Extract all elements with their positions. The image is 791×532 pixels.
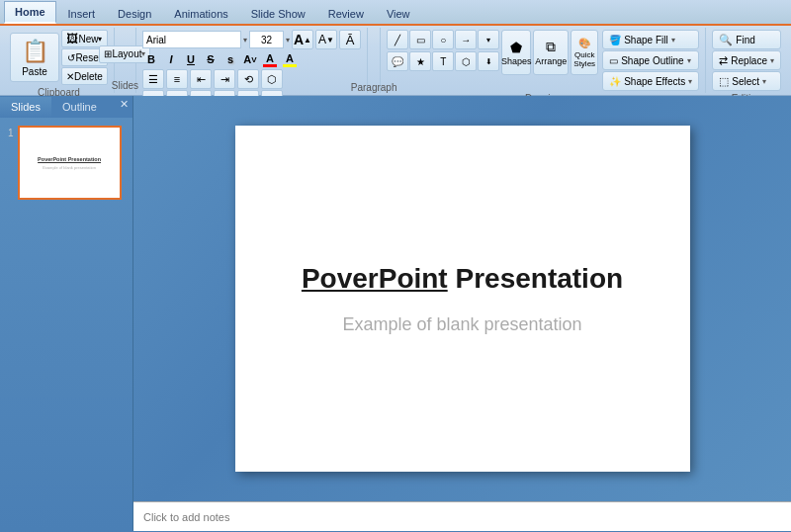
char-spacing-button[interactable]: AV [241,50,259,68]
tab-slideshow[interactable]: Slide Show [240,3,316,24]
shapes-button[interactable]: ⬟ Shapes [501,30,531,75]
shapes-icon: ⬟ [510,40,522,55]
increase-indent-button[interactable]: ⇥ [214,69,235,89]
font-row-2: B I U S s AV A A [142,50,361,68]
shape-arrow-button[interactable]: → [455,30,477,49]
convert-to-smartart-button[interactable]: ⬡ [261,69,283,89]
shape-extra-button[interactable]: ⬡ [455,51,477,71]
tab-design[interactable]: Design [107,3,162,24]
slides-label: Slides [112,80,138,91]
font-name-dropdown[interactable]: ▾ [243,36,247,44]
bullets-button[interactable]: ☰ [142,69,164,89]
font-size-input[interactable] [249,31,284,48]
increase-font-button[interactable]: A▲ [292,30,313,49]
shape-down-button[interactable]: ⬇ [478,51,499,71]
slide-thumbnail-1[interactable]: PoverPoint Presentation Example of blank… [18,126,122,200]
shape-outline-label: Shape Outline [621,55,683,66]
decrease-font-button[interactable]: A▼ [315,30,337,49]
arrange-icon: ⧉ [546,39,556,55]
shape-outline-button[interactable]: ▭ Shape Outline ▾ [602,50,699,70]
shape-outline-dropdown: ▾ [687,56,691,65]
shape-outline-icon: ▭ [609,55,618,66]
arrange-button[interactable]: ⧉ Arrange [533,30,569,75]
new-slide-icon: 🖼 [66,32,78,45]
sidebar-tab-bar: Slides Outline ✕ [0,96,132,118]
italic-button[interactable]: I [162,50,180,68]
clear-format-button[interactable]: Ā [339,30,361,49]
font-group: ▾ ▾ A▲ A▼ Ā B I U S s AV A [136,28,368,93]
paste-button[interactable]: 📋 Paste [10,33,59,82]
drawing-group: ╱ ▭ ○ → ▾ 💬 ★ T ⬡ ⬇ ⬟ [381,28,706,93]
underline-button[interactable]: U [182,50,200,68]
sidebar-tab-slides[interactable]: Slides [0,96,51,118]
delete-icon: ✕ [66,71,74,82]
tab-home[interactable]: Home [4,1,56,24]
decrease-indent-button[interactable]: ⇤ [190,69,212,89]
text-direction-button[interactable]: ⟲ [237,69,259,89]
shadow-button[interactable]: s [221,50,239,68]
tab-view[interactable]: View [376,3,421,24]
shape-effects-icon: ✨ [609,76,621,87]
reset-icon: ↺ [67,52,75,63]
shape-effects-button[interactable]: ✨ Shape Effects ▾ [602,71,699,91]
ribbon-content: 📋 Paste 🖼 New ▾ ↺ Reset ✕ Delet [0,26,791,95]
font-color-button[interactable]: A [261,50,279,68]
highlight-button[interactable]: A [281,50,299,68]
select-label: Select [732,76,759,87]
bold-button[interactable]: B [142,50,160,68]
main-area: Slides Outline ✕ 1 PoverPoint Presentati… [0,96,791,531]
tab-animations[interactable]: Animations [163,3,238,24]
font-size-dropdown[interactable]: ▾ [286,36,290,44]
ribbon: Home Insert Design Animations Slide Show… [0,0,791,96]
numbering-button[interactable]: ≡ [166,69,188,89]
slide-number-label: 1 [8,128,14,138]
replace-icon: ⇄ [719,54,728,67]
thumb-subtitle: Example of blank presentation [43,165,96,170]
find-button[interactable]: 🔍 Find [712,30,781,49]
quick-styles-button[interactable]: 🎨 QuickStyles [571,30,598,75]
notes-bar[interactable]: Click to add notes [133,501,791,531]
thumb-title: PoverPoint Presentation [38,156,101,162]
new-slide-label: New [78,34,98,44]
slide-title-suffix: Presentation [448,263,623,294]
quick-styles-icon: 🎨 [578,38,590,48]
shape-more-button[interactable]: ▾ [478,30,499,49]
shape-effects-label: Shape Effects [624,76,685,87]
font-name-input[interactable] [142,31,241,48]
select-button[interactable]: ⬚ Select ▾ [712,71,781,91]
editing-group: 🔍 Find ⇄ Replace ▾ ⬚ Select ▾ Editing [706,28,787,93]
notes-placeholder: Click to add notes [143,511,229,523]
sidebar-tab-outline[interactable]: Outline [51,96,108,118]
quick-styles-label: QuickStyles [573,50,595,68]
slide-title-underlined: PoverPoint [302,263,448,294]
replace-button[interactable]: ⇄ Replace ▾ [712,50,781,70]
shape-fill-label: Shape Fill [624,35,667,45]
slide-thumb-row: 1 PoverPoint Presentation Example of bla… [8,126,125,200]
slide-title-text[interactable]: PoverPoint Presentation [302,263,623,295]
strikethrough-button[interactable]: S [202,50,220,68]
replace-label: Replace [731,55,767,66]
shape-effects-dropdown: ▾ [688,77,692,86]
slide-subtitle-text[interactable]: Example of blank presentation [342,314,581,335]
shape-rect-button[interactable]: ▭ [409,30,431,49]
shape-star-button[interactable]: ★ [409,51,431,71]
select-dropdown: ▾ [762,77,766,86]
tab-review[interactable]: Review [317,3,375,24]
select-icon: ⬚ [719,75,729,88]
tab-insert[interactable]: Insert [57,3,107,24]
paste-icon: 📋 [22,39,48,64]
shape-line-button[interactable]: ╱ [387,30,408,49]
shape-fill-dropdown: ▾ [671,36,675,44]
editing-items: 🔍 Find ⇄ Replace ▾ ⬚ Select ▾ [712,30,781,91]
shapes-label: Shapes [501,56,532,66]
shape-fill-button[interactable]: 🪣 Shape Fill ▾ [602,30,699,49]
canvas-wrapper: PoverPoint Presentation Example of blank… [133,96,791,531]
sidebar-close-button[interactable]: ✕ [116,96,132,118]
slide-thumbnails: 1 PoverPoint Presentation Example of bla… [0,118,132,208]
slide-canvas[interactable]: PoverPoint Presentation Example of blank… [235,126,690,472]
shape-textbox-button[interactable]: T [432,51,454,71]
shape-callout-button[interactable]: 💬 [387,51,408,71]
shape-fill-icon: 🪣 [609,35,621,45]
shape-oval-button[interactable]: ○ [432,30,454,49]
find-icon: 🔍 [719,34,733,46]
